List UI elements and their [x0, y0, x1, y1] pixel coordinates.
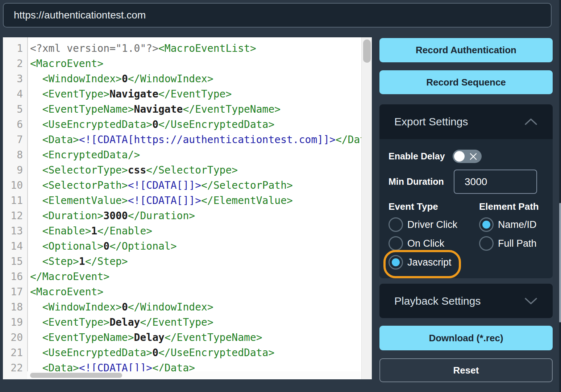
horizontal-scrollbar-thumb[interactable]: [30, 373, 122, 378]
line-number: 13: [3, 224, 27, 239]
line-number: 17: [3, 284, 27, 300]
line-number: 1: [3, 41, 27, 56]
radio-option-driver-click[interactable]: Driver Click: [388, 217, 457, 232]
line-number: 8: [3, 147, 27, 163]
code-line[interactable]: 21 <UseEncryptedData>0</UseEncryptedData…: [3, 345, 361, 360]
min-duration-label: Min Duration: [388, 176, 444, 187]
editor-horizontal-scrollbar[interactable]: [27, 371, 361, 379]
line-number: 11: [3, 193, 27, 208]
code-text: <SelectorType>css</SelectorType>: [27, 163, 361, 178]
page-scrollbar[interactable]: [559, 0, 561, 392]
code-line[interactable]: 12 <Duration>3000</Duration>: [3, 208, 361, 224]
line-number: 12: [3, 208, 27, 224]
record-sequence-button[interactable]: Record Sequence: [379, 70, 553, 94]
code-text: <UseEncryptedData>0</UseEncryptedData>: [27, 345, 361, 360]
code-text: <EncryptedData/>: [27, 147, 361, 163]
radio-option-javascript[interactable]: Javascript: [388, 255, 452, 270]
code-line[interactable]: 4 <EventType>Navigate</EventType>: [3, 87, 361, 102]
code-text: <MacroEvent>: [27, 284, 361, 300]
line-number: 9: [3, 163, 27, 178]
radio-option-on-click[interactable]: On Click: [388, 236, 444, 251]
code-line[interactable]: 15 <Step>1</Step>: [3, 254, 361, 269]
radio-option-name-id[interactable]: Name/ID: [479, 217, 537, 232]
toggle-knob[interactable]: [454, 151, 465, 162]
code-text: <Step>1</Step>: [27, 254, 361, 269]
enable-delay-label: Enable Delay: [388, 151, 445, 162]
code-text: <Optional>0</Optional>: [27, 239, 361, 254]
reset-button[interactable]: Reset: [379, 358, 553, 382]
line-number: 15: [3, 254, 27, 269]
code-line[interactable]: 11 <ElementValue><![CDATA[]]></ElementVa…: [3, 193, 361, 208]
radio-option-label: On Click: [407, 238, 444, 249]
line-number: 6: [3, 117, 27, 132]
code-line[interactable]: 7 <Data><![CDATA[https://authenticationt…: [3, 132, 361, 147]
code-line[interactable]: 20 <EventTypeName>Delay</EventTypeName>: [3, 330, 361, 345]
code-text: <Enable>1</Enable>: [27, 224, 361, 239]
line-number: 10: [3, 178, 27, 193]
code-line[interactable]: 8 <EncryptedData/>: [3, 147, 361, 163]
code-line[interactable]: 10 <SelectorPath><![CDATA[]]></SelectorP…: [3, 178, 361, 193]
code-text: <?xml version="1.0"?><MacroEventList>: [27, 41, 361, 56]
code-text: <UseEncryptedData>0</UseEncryptedData>: [27, 117, 361, 132]
record-authentication-button[interactable]: Record Authentication: [379, 38, 553, 62]
export-settings-header[interactable]: Export Settings: [379, 104, 553, 139]
line-number: 14: [3, 239, 27, 254]
export-settings-body: Enable Delay Min Duration Event Type Ele…: [379, 139, 553, 278]
code-line[interactable]: 14 <Optional>0</Optional>: [3, 239, 361, 254]
line-number: 4: [3, 87, 27, 102]
code-text: <EventType>Navigate</EventType>: [27, 87, 361, 102]
chevron-down-icon[interactable]: [524, 297, 537, 305]
code-line[interactable]: 5 <EventTypeName>Navigate</EventTypeName…: [3, 102, 361, 117]
radio-icon[interactable]: [479, 236, 494, 251]
export-settings-title: Export Settings: [394, 116, 468, 128]
code-text: <MacroEvent>: [27, 56, 361, 71]
code-text: <Data><![CDATA[https://authenticationtes…: [27, 132, 361, 147]
code-line[interactable]: 18 <WindowIndex>0</WindowIndex>: [3, 300, 361, 315]
line-number: 7: [3, 132, 27, 147]
code-line[interactable]: 6 <UseEncryptedData>0</UseEncryptedData>: [3, 117, 361, 132]
url-input[interactable]: [4, 9, 551, 21]
code-line[interactable]: 13 <Enable>1</Enable>: [3, 224, 361, 239]
code-text: <EventTypeName>Navigate</EventTypeName>: [27, 102, 361, 117]
toggle-off-x-icon: [469, 152, 478, 161]
code-line[interactable]: 22 <Data><![CDATA[]]></Data>: [3, 360, 361, 371]
playback-settings-title: Playback Settings: [394, 295, 481, 307]
code-lines[interactable]: 1<?xml version="1.0"?><MacroEventList>2<…: [3, 37, 361, 371]
playback-settings-header[interactable]: Playback Settings: [379, 284, 553, 318]
line-number: 20: [3, 330, 27, 345]
radio-icon[interactable]: [388, 236, 403, 251]
code-line[interactable]: 9 <SelectorType>css</SelectorType>: [3, 163, 361, 178]
radio-icon[interactable]: [388, 217, 403, 232]
url-bar[interactable]: [3, 3, 552, 28]
line-number: 19: [3, 315, 27, 330]
code-line[interactable]: 3 <WindowIndex>0</WindowIndex>: [3, 71, 361, 87]
vertical-scrollbar-thumb[interactable]: [363, 39, 371, 63]
code-text: <SelectorPath><![CDATA[]]></SelectorPath…: [27, 178, 361, 193]
download-rec-button[interactable]: Download (*.rec): [379, 326, 553, 350]
radio-option-full-path[interactable]: Full Path: [479, 236, 537, 251]
code-text: <WindowIndex>0</WindowIndex>: [27, 71, 361, 87]
radio-option-label: Javascript: [407, 257, 452, 268]
code-line[interactable]: 17<MacroEvent>: [3, 284, 361, 300]
code-line[interactable]: 1<?xml version="1.0"?><MacroEventList>: [3, 41, 361, 56]
radio-icon[interactable]: [479, 217, 494, 232]
page-scrollbar-thumb[interactable]: [559, 203, 561, 322]
min-duration-input[interactable]: [454, 170, 537, 194]
editor-vertical-scrollbar[interactable]: [361, 37, 372, 379]
chevron-up-icon[interactable]: [524, 118, 537, 126]
line-number: 5: [3, 102, 27, 117]
line-number: 21: [3, 345, 27, 360]
xml-editor[interactable]: 1<?xml version="1.0"?><MacroEventList>2<…: [3, 37, 372, 379]
element-path-label: Element Path: [479, 201, 539, 212]
code-line[interactable]: 2<MacroEvent>: [3, 56, 361, 71]
code-text: </MacroEvent>: [27, 269, 361, 284]
line-number: 22: [3, 360, 27, 371]
enable-delay-row: Enable Delay: [388, 149, 482, 163]
code-line[interactable]: 19 <EventType>Delay</EventType>: [3, 315, 361, 330]
code-text: <Data><![CDATA[]]></Data>: [27, 360, 361, 371]
code-text: <ElementValue><![CDATA[]]></ElementValue…: [27, 193, 361, 208]
code-line[interactable]: 16</MacroEvent>: [3, 269, 361, 284]
radio-option-label: Driver Click: [407, 219, 457, 230]
enable-delay-toggle[interactable]: [453, 150, 482, 163]
radio-icon[interactable]: [388, 255, 403, 270]
